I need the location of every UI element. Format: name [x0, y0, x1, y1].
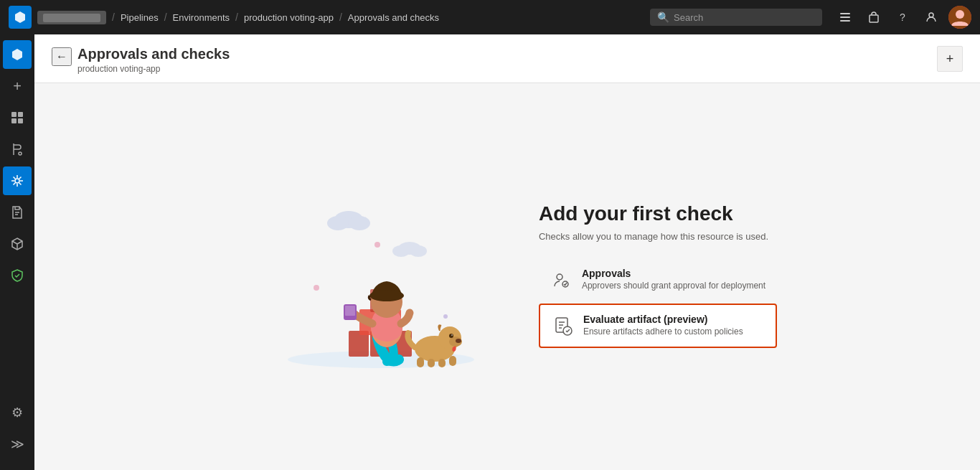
sidebar-item-testplans[interactable]: [3, 198, 32, 227]
breadcrumb-pipelines[interactable]: Pipelines: [121, 12, 159, 23]
sidebar-item-settings[interactable]: ⚙: [3, 398, 32, 427]
svg-rect-7: [11, 112, 17, 117]
help-icon[interactable]: ?: [891, 6, 914, 29]
svg-point-31: [369, 290, 404, 301]
svg-rect-43: [449, 356, 456, 366]
breadcrumb-environments[interactable]: Environments: [173, 12, 230, 23]
svg-point-20: [374, 242, 380, 248]
svg-point-16: [349, 216, 370, 230]
sidebar-item-collapse[interactable]: ≫: [3, 430, 32, 459]
page-title: Approvals and checks: [77, 46, 230, 62]
nav-icons: ?: [834, 6, 971, 29]
svg-point-12: [15, 179, 19, 183]
evaluate-artifact-subtitle: Ensure artifacts adhere to custom polici…: [583, 326, 743, 337]
add-check-button[interactable]: +: [937, 46, 963, 72]
breadcrumb-sep-1: /: [112, 11, 115, 23]
sidebar-item-boards[interactable]: [3, 103, 32, 132]
svg-point-11: [19, 152, 22, 155]
svg-rect-42: [438, 359, 446, 367]
sidebar-item-security[interactable]: [3, 261, 32, 290]
content-body: Add your first check Checks allow you to…: [34, 83, 980, 470]
approvals-subtitle: Approvers should grant approval for depl…: [582, 281, 765, 291]
svg-point-15: [327, 216, 349, 230]
first-check-heading: Add your first check: [539, 202, 777, 225]
svg-point-39: [451, 334, 453, 336]
breadcrumb-voting-app[interactable]: production voting-app: [244, 12, 334, 23]
svg-rect-10: [18, 118, 23, 123]
svg-rect-40: [417, 357, 424, 367]
right-panel: Add your first check Checks allow you to…: [539, 202, 777, 351]
breadcrumb-sep-3: /: [235, 11, 238, 23]
page-header-left: ← Approvals and checks production voting…: [52, 46, 230, 74]
svg-rect-33: [345, 306, 355, 316]
user-avatar[interactable]: [948, 6, 971, 29]
svg-point-44: [557, 274, 562, 280]
user-settings-icon[interactable]: [920, 6, 943, 29]
top-nav: / Pipelines / Environments / production …: [0, 0, 980, 34]
search-icon: 🔍: [657, 11, 669, 23]
svg-rect-0: [840, 13, 850, 14]
breadcrumb-sep-4: /: [339, 11, 342, 23]
sidebar-item-repos[interactable]: [3, 135, 32, 164]
check-item-approvals[interactable]: Approvals Approvers should grant approva…: [539, 259, 777, 301]
back-button[interactable]: ←: [52, 47, 72, 66]
svg-point-21: [314, 285, 319, 291]
sidebar-item-add[interactable]: +: [3, 72, 32, 100]
list-icon[interactable]: [834, 6, 857, 29]
search-input[interactable]: [674, 12, 815, 23]
sidebar-item-artifacts[interactable]: [3, 230, 32, 258]
page-subtitle: production voting-app: [77, 64, 230, 74]
sidebar: +: [0, 34, 34, 470]
breadcrumb-approvals[interactable]: Approvals and checks: [348, 12, 439, 23]
search-bar[interactable]: 🔍: [650, 9, 822, 26]
org-name[interactable]: [37, 11, 106, 24]
svg-rect-9: [11, 118, 17, 123]
evaluate-artifact-title: Evaluate artifact (preview): [583, 314, 743, 325]
svg-rect-1: [840, 17, 850, 18]
check-item-evaluate-artifact[interactable]: Evaluate artifact (preview) Ensure artif…: [539, 304, 777, 348]
svg-point-18: [392, 245, 410, 257]
app-logo[interactable]: [9, 6, 32, 29]
svg-rect-3: [870, 15, 878, 22]
svg-point-19: [410, 245, 427, 257]
shopping-icon[interactable]: [862, 6, 885, 29]
svg-point-22: [443, 314, 448, 319]
evaluate-artifact-text: Evaluate artifact (preview) Ensure artif…: [583, 314, 743, 337]
svg-point-38: [449, 334, 453, 338]
approvals-icon: [550, 269, 573, 292]
sidebar-item-pipelines[interactable]: [3, 166, 32, 195]
svg-point-37: [456, 339, 461, 343]
main-layout: +: [0, 34, 980, 470]
page-title-section: Approvals and checks production voting-a…: [77, 46, 230, 74]
svg-point-6: [956, 10, 964, 19]
sidebar-item-home[interactable]: [3, 40, 32, 69]
sidebar-bottom: ⚙ ≫: [3, 398, 32, 464]
svg-rect-2: [840, 20, 850, 22]
content-area: ← Approvals and checks production voting…: [34, 34, 980, 470]
breadcrumb-sep-2: /: [164, 11, 167, 23]
page-header: ← Approvals and checks production voting…: [34, 34, 980, 83]
svg-point-4: [929, 13, 933, 17]
approvals-title: Approvals: [582, 268, 765, 279]
evaluate-artifact-icon: [552, 315, 575, 338]
illustration: [237, 177, 481, 377]
svg-rect-41: [428, 359, 435, 367]
approvals-text: Approvals Approvers should grant approva…: [582, 268, 765, 291]
svg-rect-8: [18, 112, 23, 117]
first-check-description: Checks allow you to manage how this reso…: [539, 231, 777, 242]
